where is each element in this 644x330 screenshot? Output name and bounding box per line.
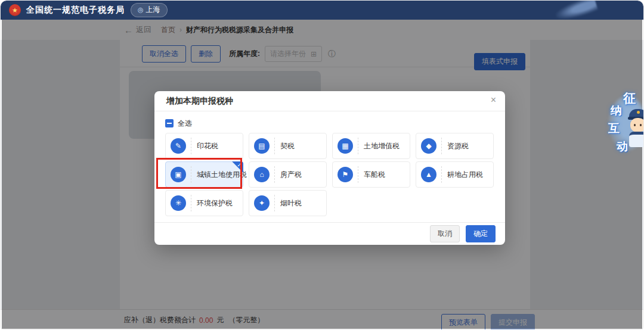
tax-type-icon: ⚑ (338, 167, 353, 182)
tax-type-label: 印花税 (197, 141, 218, 151)
card-divider (191, 138, 191, 154)
app-title: 全国统一规范电子税务局 (26, 5, 125, 15)
tax-type-icon: ▣ (171, 167, 186, 182)
tax-type-label: 房产税 (280, 170, 302, 180)
tax-type-icon: ✦ (254, 195, 270, 211)
tax-type-card[interactable]: ▣城镇土地使用税✓ (165, 161, 243, 188)
tax-type-label: 车船税 (364, 170, 385, 180)
select-all-checkbox[interactable] (165, 119, 174, 127)
mascot-char: 征 (623, 90, 636, 107)
tax-type-icon: ✳ (171, 195, 186, 211)
app-window: ★ 全国统一规范电子税务局 ◎ 上海 ← 返回 首页 › 财产和行为税税源采集及… (0, 0, 644, 330)
close-icon[interactable]: × (491, 95, 496, 105)
tax-type-label: 烟叶税 (280, 198, 302, 208)
officer-face (630, 118, 644, 132)
tax-type-label: 土地增值税 (364, 141, 400, 151)
tax-type-icon: ▲ (421, 167, 436, 182)
tax-type-icon: ▤ (254, 138, 270, 154)
mascot-char: 互 (608, 121, 620, 136)
location-pin-icon: ◎ (138, 6, 144, 14)
tax-interaction-mascot[interactable]: 征 纳 互 动 (608, 88, 644, 171)
tax-type-label: 环境保护税 (197, 198, 233, 208)
modal-title: 增加本期申报税种 (166, 96, 233, 107)
tax-type-card[interactable]: ⚑车船税 (332, 161, 410, 188)
card-divider (191, 166, 191, 183)
card-divider (274, 166, 275, 183)
tax-type-icon: ✎ (171, 138, 186, 154)
modal-footer: 取消 确定 (154, 222, 505, 245)
card-divider (358, 138, 358, 154)
location-badge[interactable]: ◎ 上海 (131, 3, 168, 17)
check-icon: ✓ (237, 162, 242, 168)
tax-type-card[interactable]: ✳环境保护税 (165, 190, 243, 216)
tax-type-grid: ✎印花税▤契税▦土地增值税◆资源税▣城镇土地使用税✓⌂房产税⚑车船税▲耕地占用税… (165, 133, 494, 216)
tax-type-label: 资源税 (447, 141, 469, 151)
modal-body: 全选 ✎印花税▤契税▦土地增值税◆资源税▣城镇土地使用税✓⌂房产税⚑车船税▲耕地… (154, 111, 505, 216)
card-divider (441, 166, 442, 183)
tax-type-card[interactable]: ◆资源税 (416, 133, 494, 159)
card-divider (274, 138, 275, 154)
location-label: 上海 (146, 5, 160, 15)
card-divider (191, 195, 191, 211)
mascot-char: 纳 (611, 103, 622, 119)
card-divider (441, 138, 442, 154)
modal-confirm-button[interactable]: 确定 (466, 225, 496, 242)
modal-header: 增加本期申报税种 × (154, 91, 505, 111)
officer-uniform (629, 132, 644, 147)
tax-type-card[interactable]: ✦烟叶税 (249, 190, 327, 216)
mascot-char: 动 (617, 139, 628, 154)
officer-hat (629, 109, 644, 118)
tax-type-card[interactable]: ▲耕地占用税 (416, 161, 494, 188)
mascot-officer-figure (628, 105, 644, 160)
hat-badge-icon (637, 111, 640, 114)
tax-type-icon: ▦ (338, 138, 353, 154)
tax-type-card[interactable]: ✎印花税 (165, 133, 243, 159)
tax-type-label: 契税 (280, 141, 295, 151)
tax-type-icon: ◆ (421, 138, 436, 154)
tax-bureau-logo-icon: ★ (9, 4, 21, 16)
select-all-label: 全选 (178, 119, 192, 129)
modal-cancel-button[interactable]: 取消 (430, 225, 460, 242)
card-divider (274, 195, 275, 211)
add-tax-types-modal: 增加本期申报税种 × 全选 ✎印花税▤契税▦土地增值税◆资源税▣城镇土地使用税✓… (154, 91, 505, 245)
tax-type-card[interactable]: ▦土地增值税 (332, 133, 410, 159)
tax-type-icon: ⌂ (254, 167, 270, 182)
card-divider (358, 166, 358, 183)
tax-type-label: 耕地占用税 (447, 170, 483, 180)
tax-type-card[interactable]: ▤契税 (249, 133, 327, 159)
app-header: ★ 全国统一规范电子税务局 ◎ 上海 (1, 1, 643, 20)
tax-type-card[interactable]: ⌂房产税 (249, 161, 327, 188)
